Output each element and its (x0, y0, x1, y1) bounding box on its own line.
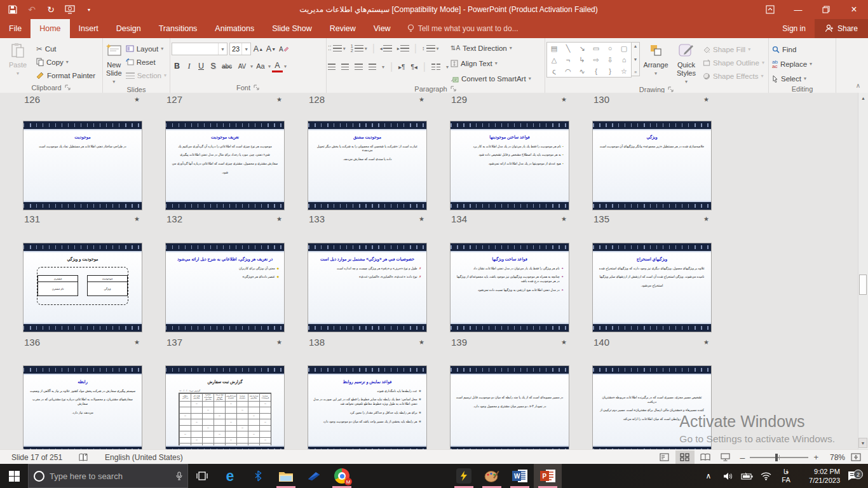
section-button[interactable]: Section ▾ (124, 69, 168, 82)
slide-thumbnail[interactable]: گزارش ثبت سفارشگزارش دوره ۱۴۰۰/۰۰/۰۰شمار… (165, 365, 285, 449)
text-direction-button[interactable]: ⇅A Text Direction ▾ (449, 41, 533, 55)
convert-to-smartart-button[interactable]: Convert to SmartArt ▾ (449, 72, 533, 85)
align-center-button[interactable] (341, 64, 349, 70)
font-color-caret[interactable]: ▾ (284, 64, 287, 69)
find-button[interactable]: Find (770, 43, 814, 56)
justify-button[interactable] (369, 64, 376, 70)
fit-to-window-icon[interactable] (846, 451, 865, 464)
ribbon-display-options-icon[interactable] (756, 0, 784, 19)
collapse-ribbon-icon[interactable]: ∧ (856, 82, 860, 89)
decrease-indent-button[interactable]: ◂ (380, 45, 392, 51)
slide-thumbnail[interactable]: قواعد نمايش و ترسيم روابط✱عدد رابطه‌ها ب… (308, 365, 427, 449)
slide-thumbnail-134[interactable]: قواعد ساختن موجوديتها▪نام هر موجوديت را … (450, 121, 569, 210)
tab-design[interactable]: Design (107, 19, 150, 38)
tab-animations[interactable]: Animations (206, 19, 263, 38)
tell-me-box[interactable]: Tell me what you want to do... (400, 19, 526, 38)
justify-caret[interactable]: ▾ (382, 64, 384, 70)
minimize-button[interactable]: — (784, 0, 812, 19)
clock[interactable]: 9:02 PM 7/21/2023 (798, 467, 840, 485)
align-right-button[interactable] (355, 64, 362, 70)
cut-button[interactable]: ✂ Cut (34, 42, 97, 55)
reading-view-button[interactable] (696, 451, 715, 464)
powerpoint-icon[interactable]: P (534, 464, 562, 488)
tab-transitions[interactable]: Transitions (150, 19, 207, 38)
format-painter-button[interactable]: Format Painter (34, 69, 97, 82)
slide-thumbnail[interactable]: در مسير مصوبه‌اي است كه از يك يا چند راب… (450, 365, 569, 449)
zoom-slider-thumb[interactable] (775, 454, 778, 461)
slide-thumbnail-140[interactable]: ويژگيهاي استخراجعلاوه بر ويژگيهاي معمول،… (592, 243, 712, 332)
share-button[interactable]: Share (815, 19, 868, 38)
shape-outline-button[interactable]: Shape Outline ▾ (701, 56, 766, 69)
clipboard-dialog-launcher-icon[interactable] (65, 85, 71, 91)
paint-icon[interactable] (478, 464, 506, 488)
start-from-beginning-icon[interactable] (65, 4, 75, 15)
taskbar-search-input[interactable]: Type here to search (28, 464, 188, 488)
quick-styles-button[interactable]: Quick Styles ▾ (672, 39, 701, 86)
remote-app-icon[interactable] (300, 464, 328, 488)
change-case-caret[interactable]: ▾ (268, 64, 271, 69)
slide-thumbnail-131[interactable]: موجوديتدر طراحي ساختار ذهني اطلاعات هر م… (23, 121, 142, 210)
arrange-button[interactable]: Arrange ▾ (640, 39, 672, 86)
slide-thumbnail[interactable]: رابطهسيستم پيگيري سفارش در شركت پخش مواد… (23, 365, 142, 449)
slide-show-button[interactable] (716, 451, 735, 464)
underline-button[interactable]: U (196, 60, 207, 72)
tab-insert[interactable]: Insert (70, 19, 107, 38)
sign-in-button[interactable]: Sign in (773, 19, 815, 38)
columns-button[interactable] (431, 64, 440, 70)
restore-button[interactable] (812, 0, 840, 19)
shapes-gallery[interactable]: ▤╲↘▭○▢ △¬↳⇨⇩⌂ ς◠∿{}☆ (546, 42, 632, 78)
font-color-button[interactable]: A (272, 60, 283, 72)
slide-thumbnail-136[interactable]: موجوديت و ويژگيموجوديتويژگيمشترينام مشتر… (23, 243, 142, 332)
normal-view-button[interactable] (655, 451, 674, 464)
slide-thumbnail-133[interactable]: موجوديت مشتقعبارت است از: «شركت يا شخصي … (308, 121, 427, 210)
line-spacing-button[interactable]: ↕▾ (422, 45, 439, 51)
save-icon[interactable] (8, 4, 18, 15)
zoom-in-icon[interactable]: + (813, 452, 818, 462)
customize-qat-icon[interactable]: ▾ (84, 4, 94, 15)
align-left-button[interactable] (328, 64, 336, 70)
zoom-out-icon[interactable]: – (740, 452, 745, 463)
select-button[interactable]: Select ▾ (770, 72, 814, 85)
character-spacing-button[interactable]: AV (235, 60, 249, 72)
slide-sorter[interactable]: 126★127★128★129★130★موجوديتدر طراحي ساخت… (0, 93, 858, 449)
font-size-combo[interactable]: 23▼ (229, 43, 251, 55)
paragraph-dialog-launcher-icon[interactable] (451, 86, 457, 92)
scroll-up-icon[interactable]: ▲ (858, 93, 868, 103)
slide-thumbnail-137[interactable]: در تعريف هر ويژگي، اطلاعاتي به شرح ذيل ا… (165, 243, 285, 332)
decrease-font-size-button[interactable]: A▼ (266, 43, 276, 55)
increase-indent-button[interactable]: ▸ (397, 45, 409, 51)
shape-fill-button[interactable]: Shape Fill ▾ (701, 43, 766, 56)
tab-slide-show[interactable]: Slide Show (263, 19, 321, 38)
align-text-button[interactable]: Align Text ▾ (449, 57, 533, 70)
clear-formatting-button[interactable]: A (278, 43, 289, 55)
italic-button[interactable]: I (184, 60, 194, 72)
tab-view[interactable]: View (365, 19, 400, 38)
font-name-combo[interactable]: ▼ (172, 43, 227, 55)
drawing-dialog-launcher-icon[interactable] (668, 86, 674, 93)
layout-button[interactable]: Layout ▾ (124, 42, 168, 55)
increase-font-size-button[interactable]: A▲ (253, 43, 264, 55)
shape-effects-button[interactable]: Shape Effects ▾ (701, 69, 766, 83)
language-switcher[interactable]: فا FA (776, 468, 796, 484)
edge-icon[interactable]: e (216, 464, 244, 488)
undo-icon[interactable]: ↶ (27, 4, 37, 15)
numbering-button[interactable]: 12▾ (351, 44, 367, 53)
zoom-percentage[interactable]: 78% (824, 453, 845, 462)
language-indicator[interactable]: English (United States) (105, 453, 183, 462)
bullets-button[interactable]: ⁚⁚▾ (328, 45, 346, 51)
start-button[interactable] (0, 464, 28, 488)
slide-thumbnail-135[interactable]: ويژگيخلاصه‌سازي شده در هر مستطيل «زير مج… (592, 121, 712, 210)
tab-file[interactable]: File (0, 19, 31, 38)
reset-button[interactable]: Reset (124, 55, 168, 69)
redo-icon[interactable]: ↻ (46, 4, 56, 15)
battery-icon[interactable] (738, 473, 755, 480)
slide-thumbnail-138[interactable]: خصوصيات فني هر «ويژگي» مشتمل بر موارد ذي… (308, 243, 427, 332)
word-icon[interactable]: W (506, 464, 534, 488)
bluetooth-icon[interactable] (244, 464, 272, 488)
winamp-icon[interactable] (450, 464, 478, 488)
tab-review[interactable]: Review (321, 19, 365, 38)
file-explorer-icon[interactable] (272, 464, 300, 488)
paste-button[interactable]: Paste ▾ (1, 39, 34, 82)
microphone-icon[interactable] (176, 471, 182, 481)
slide-thumbnail-132[interactable]: تعريف موجوديتموجوديت هر نوع چيزي است كه … (165, 121, 285, 210)
